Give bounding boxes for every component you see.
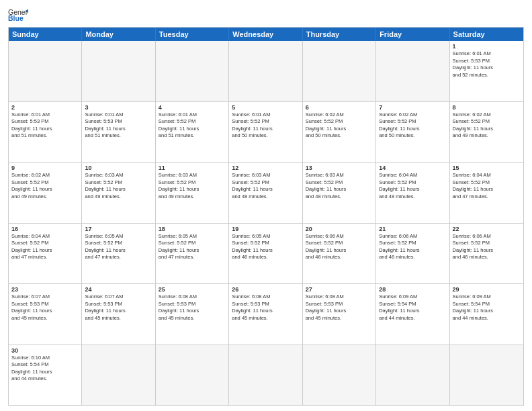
week-row-4: 23Sunrise: 6:07 AM Sunset: 5:53 PM Dayli…: [9, 283, 523, 345]
day-cell-27: 27Sunrise: 6:08 AM Sunset: 5:53 PM Dayli…: [303, 284, 376, 345]
day-cell-20: 20Sunrise: 6:06 AM Sunset: 5:52 PM Dayli…: [303, 224, 376, 284]
header: General Blue: [8, 7, 524, 23]
day-number: 26: [232, 286, 299, 293]
day-cell-22: 22Sunrise: 6:06 AM Sunset: 5:52 PM Dayli…: [450, 224, 523, 284]
weeks-container: 1Sunrise: 6:01 AM Sunset: 5:53 PM Daylig…: [9, 41, 523, 405]
day-header-monday: Monday: [82, 28, 155, 41]
empty-cell: [156, 41, 229, 101]
day-info: Sunrise: 6:08 AM Sunset: 5:53 PM Dayligh…: [306, 293, 373, 322]
day-number: 21: [379, 226, 446, 232]
empty-cell: [376, 41, 449, 101]
day-cell-17: 17Sunrise: 6:05 AM Sunset: 5:52 PM Dayli…: [82, 224, 155, 284]
day-info: Sunrise: 6:02 AM Sunset: 5:52 PM Dayligh…: [379, 111, 446, 140]
day-info: Sunrise: 6:08 AM Sunset: 5:53 PM Dayligh…: [232, 293, 299, 322]
day-info: Sunrise: 6:09 AM Sunset: 5:54 PM Dayligh…: [453, 293, 521, 322]
day-info: Sunrise: 6:02 AM Sunset: 5:52 PM Dayligh…: [453, 111, 521, 140]
empty-cell: [156, 345, 229, 406]
week-row-5: 30Sunrise: 6:10 AM Sunset: 5:54 PM Dayli…: [9, 345, 523, 406]
day-info: Sunrise: 6:01 AM Sunset: 5:52 PM Dayligh…: [232, 111, 299, 140]
day-number: 20: [306, 226, 373, 232]
day-cell-21: 21Sunrise: 6:06 AM Sunset: 5:52 PM Dayli…: [376, 224, 449, 284]
day-number: 27: [306, 286, 373, 293]
day-number: 28: [379, 286, 446, 293]
day-number: 12: [232, 165, 299, 171]
day-number: 15: [453, 165, 521, 171]
day-cell-30: 30Sunrise: 6:10 AM Sunset: 5:54 PM Dayli…: [9, 345, 82, 406]
day-number: 3: [85, 104, 152, 111]
day-number: 24: [85, 286, 152, 293]
empty-cell: [303, 345, 376, 406]
day-cell-8: 8Sunrise: 6:02 AM Sunset: 5:52 PM Daylig…: [450, 102, 523, 163]
day-info: Sunrise: 6:06 AM Sunset: 5:52 PM Dayligh…: [306, 233, 373, 261]
day-cell-26: 26Sunrise: 6:08 AM Sunset: 5:53 PM Dayli…: [229, 284, 302, 345]
day-number: 1: [453, 43, 521, 50]
day-info: Sunrise: 6:03 AM Sunset: 5:52 PM Dayligh…: [232, 172, 299, 200]
day-number: 8: [453, 104, 521, 111]
day-number: 17: [85, 226, 152, 232]
day-info: Sunrise: 6:02 AM Sunset: 5:52 PM Dayligh…: [11, 172, 79, 200]
day-number: 14: [379, 165, 446, 171]
day-cell-29: 29Sunrise: 6:09 AM Sunset: 5:54 PM Dayli…: [450, 284, 523, 345]
day-number: 7: [379, 104, 446, 111]
day-number: 16: [11, 226, 79, 232]
day-info: Sunrise: 6:07 AM Sunset: 5:53 PM Dayligh…: [11, 293, 79, 322]
day-number: 25: [159, 286, 226, 293]
day-number: 11: [159, 165, 226, 171]
day-info: Sunrise: 6:04 AM Sunset: 5:52 PM Dayligh…: [379, 172, 446, 200]
empty-cell: [229, 345, 302, 406]
day-cell-11: 11Sunrise: 6:03 AM Sunset: 5:52 PM Dayli…: [156, 163, 229, 223]
day-info: Sunrise: 6:04 AM Sunset: 5:52 PM Dayligh…: [11, 233, 79, 261]
empty-cell: [303, 41, 376, 101]
empty-cell: [9, 41, 82, 101]
day-cell-6: 6Sunrise: 6:02 AM Sunset: 5:52 PM Daylig…: [303, 102, 376, 163]
day-info: Sunrise: 6:06 AM Sunset: 5:52 PM Dayligh…: [379, 233, 446, 261]
day-number: 9: [11, 165, 79, 171]
day-cell-13: 13Sunrise: 6:03 AM Sunset: 5:52 PM Dayli…: [303, 163, 376, 223]
day-cell-23: 23Sunrise: 6:07 AM Sunset: 5:53 PM Dayli…: [9, 284, 82, 345]
day-info: Sunrise: 6:03 AM Sunset: 5:52 PM Dayligh…: [85, 172, 152, 200]
day-number: 10: [85, 165, 152, 171]
day-number: 4: [159, 104, 226, 111]
day-info: Sunrise: 6:01 AM Sunset: 5:53 PM Dayligh…: [453, 50, 521, 79]
day-cell-1: 1Sunrise: 6:01 AM Sunset: 5:53 PM Daylig…: [450, 41, 523, 101]
logo-icon: General Blue: [8, 7, 28, 23]
day-cell-24: 24Sunrise: 6:07 AM Sunset: 5:53 PM Dayli…: [82, 284, 155, 345]
day-cell-14: 14Sunrise: 6:04 AM Sunset: 5:52 PM Dayli…: [376, 163, 449, 223]
day-cell-10: 10Sunrise: 6:03 AM Sunset: 5:52 PM Dayli…: [82, 163, 155, 223]
day-number: 30: [11, 347, 79, 354]
day-cell-4: 4Sunrise: 6:01 AM Sunset: 5:52 PM Daylig…: [156, 102, 229, 163]
day-info: Sunrise: 6:03 AM Sunset: 5:52 PM Dayligh…: [306, 172, 373, 200]
day-info: Sunrise: 6:01 AM Sunset: 5:53 PM Dayligh…: [85, 111, 152, 140]
day-cell-5: 5Sunrise: 6:01 AM Sunset: 5:52 PM Daylig…: [229, 102, 302, 163]
week-row-1: 2Sunrise: 6:01 AM Sunset: 5:53 PM Daylig…: [9, 101, 523, 163]
day-cell-18: 18Sunrise: 6:05 AM Sunset: 5:52 PM Dayli…: [156, 224, 229, 284]
day-cell-28: 28Sunrise: 6:09 AM Sunset: 5:54 PM Dayli…: [376, 284, 449, 345]
day-info: Sunrise: 6:02 AM Sunset: 5:52 PM Dayligh…: [306, 111, 373, 140]
day-info: Sunrise: 6:05 AM Sunset: 5:52 PM Dayligh…: [85, 233, 152, 261]
day-header-thursday: Thursday: [303, 28, 376, 41]
day-info: Sunrise: 6:05 AM Sunset: 5:52 PM Dayligh…: [159, 233, 226, 261]
day-info: Sunrise: 6:08 AM Sunset: 5:53 PM Dayligh…: [159, 293, 226, 322]
week-row-2: 9Sunrise: 6:02 AM Sunset: 5:52 PM Daylig…: [9, 162, 523, 223]
day-number: 6: [306, 104, 373, 111]
day-info: Sunrise: 6:04 AM Sunset: 5:52 PM Dayligh…: [453, 172, 521, 200]
empty-cell: [229, 41, 302, 101]
logo: General Blue: [8, 7, 31, 23]
day-headers: SundayMondayTuesdayWednesdayThursdayFrid…: [9, 28, 523, 41]
day-cell-2: 2Sunrise: 6:01 AM Sunset: 5:53 PM Daylig…: [9, 102, 82, 163]
day-cell-16: 16Sunrise: 6:04 AM Sunset: 5:52 PM Dayli…: [9, 224, 82, 284]
day-info: Sunrise: 6:03 AM Sunset: 5:52 PM Dayligh…: [159, 172, 226, 200]
day-cell-9: 9Sunrise: 6:02 AM Sunset: 5:52 PM Daylig…: [9, 163, 82, 223]
day-info: Sunrise: 6:05 AM Sunset: 5:52 PM Dayligh…: [232, 233, 299, 261]
day-header-wednesday: Wednesday: [229, 28, 302, 41]
day-number: 22: [453, 226, 521, 232]
empty-cell: [82, 345, 155, 406]
day-info: Sunrise: 6:01 AM Sunset: 5:53 PM Dayligh…: [11, 111, 79, 140]
day-info: Sunrise: 6:09 AM Sunset: 5:54 PM Dayligh…: [379, 293, 446, 322]
day-number: 23: [11, 286, 79, 293]
empty-cell: [450, 345, 523, 406]
day-number: 5: [232, 104, 299, 111]
day-cell-12: 12Sunrise: 6:03 AM Sunset: 5:52 PM Dayli…: [229, 163, 302, 223]
day-header-sunday: Sunday: [9, 28, 82, 41]
day-info: Sunrise: 6:07 AM Sunset: 5:53 PM Dayligh…: [85, 293, 152, 322]
